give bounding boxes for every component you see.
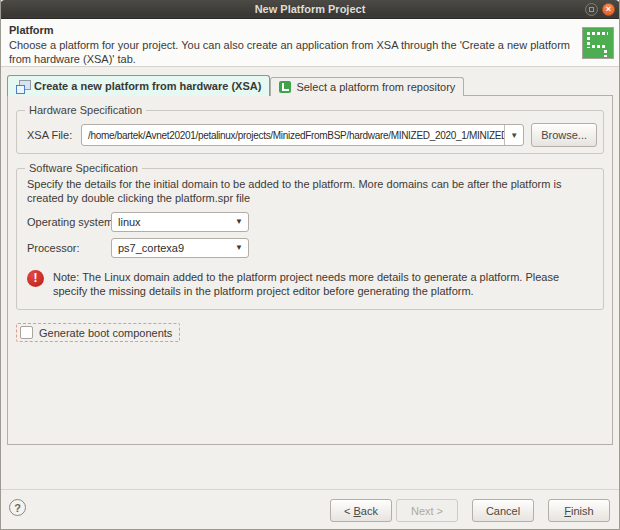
xsa-file-combobox[interactable]: /home/bartek/Avnet20201/petalinux/projec… — [81, 124, 524, 146]
xsa-file-value: /home/bartek/Avnet20201/petalinux/projec… — [82, 130, 504, 141]
checkbox-box[interactable] — [20, 326, 33, 339]
cancel-button[interactable]: Cancel — [472, 499, 534, 522]
finish-button[interactable]: Finish — [548, 499, 610, 522]
software-specification-group: Software Specification Specify the detai… — [16, 168, 604, 310]
processor-label: Processor: — [27, 242, 111, 254]
help-button[interactable]: ? — [9, 499, 26, 516]
operating-system-label: Operating system: — [27, 216, 111, 228]
maximize-button[interactable] — [585, 3, 598, 16]
software-description: Specify the details for the initial doma… — [27, 177, 595, 206]
back-button[interactable]: < Back — [330, 499, 392, 522]
tab-select-platform-from-repository[interactable]: Select a platform from repository — [270, 77, 464, 96]
tab-label: Select a platform from repository — [296, 81, 455, 93]
page-description: Choose a platform for your project. You … — [9, 39, 574, 67]
operating-system-row: Operating system: linux ▼ — [27, 212, 595, 232]
page-title: Platform — [9, 24, 54, 36]
tab-bar: Create a new platform from hardware (XSA… — [7, 75, 464, 96]
xsa-file-row: XSA File: /home/bartek/Avnet20201/petali… — [17, 111, 603, 147]
operating-system-select[interactable]: linux ▼ — [111, 212, 249, 232]
hardware-group-label: Hardware Specification — [25, 104, 146, 116]
dropdown-arrow-icon: ▼ — [230, 243, 248, 252]
hardware-specification-group: Hardware Specification XSA File: /home/b… — [16, 110, 604, 154]
next-button[interactable]: Next > — [396, 499, 458, 522]
titlebar[interactable]: New Platform Project × — [0, 0, 620, 19]
wizard-header: Platform Choose a platform for your proj… — [1, 19, 619, 67]
window-title: New Platform Project — [0, 0, 620, 19]
maximize-icon — [589, 7, 594, 12]
platform-icon — [582, 27, 614, 59]
processor-value: ps7_cortexa9 — [112, 242, 230, 254]
tab-label: Create a new platform from hardware (XSA… — [34, 80, 261, 92]
repository-icon — [279, 81, 291, 93]
operating-system-value: linux — [112, 216, 230, 228]
wizard-buttons: < Back Next > Cancel Finish — [316, 499, 610, 522]
error-icon: ! — [27, 270, 44, 287]
wizard-footer: ? < Back Next > Cancel Finish — [1, 489, 619, 529]
dropdown-arrow-icon: ▼ — [230, 217, 248, 226]
window-controls: × — [585, 3, 615, 16]
close-button[interactable]: × — [602, 3, 615, 16]
dropdown-arrow-icon[interactable]: ▼ — [504, 125, 523, 145]
close-icon: × — [606, 4, 611, 14]
hardware-board-icon — [16, 80, 29, 92]
linux-domain-note: ! Note: The Linux domain added to the pl… — [27, 270, 595, 299]
checkbox-label: Generate boot components — [39, 327, 172, 339]
note-text: Note: The Linux domain added to the plat… — [53, 270, 595, 299]
tab-content-panel: Hardware Specification XSA File: /home/b… — [7, 95, 613, 445]
processor-row: Processor: ps7_cortexa9 ▼ — [27, 238, 595, 258]
processor-select[interactable]: ps7_cortexa9 ▼ — [111, 238, 249, 258]
xsa-file-label: XSA File: — [27, 129, 81, 141]
tab-create-platform-from-xsa[interactable]: Create a new platform from hardware (XSA… — [7, 75, 270, 96]
generate-boot-components-checkbox[interactable]: Generate boot components — [16, 323, 180, 342]
software-group-label: Software Specification — [25, 162, 142, 174]
new-platform-project-dialog: New Platform Project × Platform Choose a… — [0, 0, 620, 530]
help-icon: ? — [14, 502, 21, 514]
browse-button[interactable]: Browse... — [531, 123, 597, 147]
